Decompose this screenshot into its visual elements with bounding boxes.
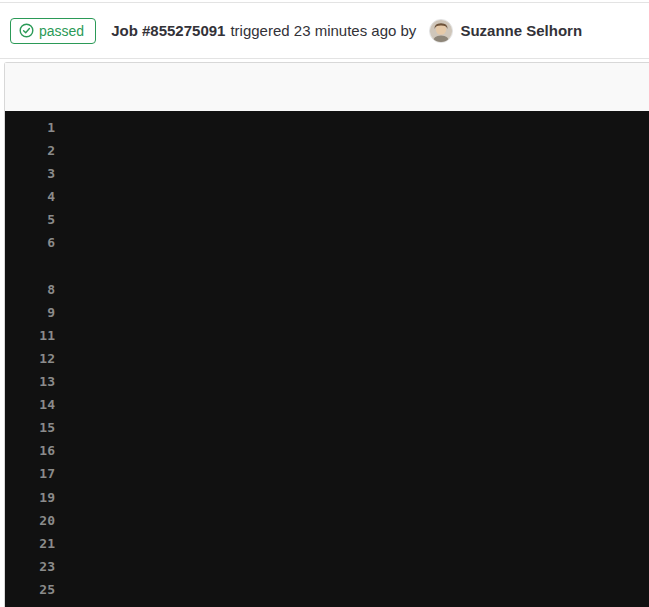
line-number[interactable]: 3 [5, 162, 55, 185]
log-line: 13 Fetching changes with git depth set t… [5, 370, 649, 393]
avatar[interactable] [429, 19, 453, 43]
log-line: 12 $ eval "$CI_PRE_CLONE_SCRIPT" [5, 347, 649, 370]
line-number[interactable]: 9 [5, 301, 55, 324]
log-line: 21 This job deploys something from the m… [5, 532, 649, 555]
check-circle-icon [19, 23, 34, 38]
line-number[interactable]: 17 [5, 462, 55, 485]
job-title: Job #855275091 triggered 23 minutes ago … [111, 19, 582, 43]
line-number[interactable]: 8 [5, 278, 55, 301]
line-number[interactable]: 23 [5, 555, 55, 578]
line-number[interactable]: 5 [5, 208, 55, 231]
job-log-panel: 1 Running with gitlab-runner 13.6.0-rc1 … [4, 62, 649, 607]
line-number[interactable]: 1 [5, 116, 55, 139]
line-number[interactable]: 25 [5, 578, 55, 601]
line-number[interactable]: 12 [5, 347, 55, 370]
log-line: 4 Using Docker executor with image ruby:… [5, 185, 649, 208]
log-line: 1 Running with gitlab-runner 13.6.0-rc1 … [5, 116, 649, 139]
job-id: Job #855275091 [111, 22, 225, 39]
log-line: ed62cd60e4fb5bf4132943d6fa2688 ... [5, 255, 649, 278]
line-number[interactable]: 16 [5, 439, 55, 462]
log-line: 9 Running on runner-ed2dce3a-project-163… [5, 301, 649, 324]
line-number[interactable]: 4 [5, 185, 55, 208]
log-line: 6 Using docker image sha256:b7280b81558d… [5, 231, 649, 254]
status-badge[interactable]: passed [10, 18, 96, 44]
log-lines: 1 Running with gitlab-runner 13.6.0-rc1 … [5, 116, 649, 601]
line-number[interactable]: 21 [5, 532, 55, 555]
log-line: 19 Executing "step_script" stage of the … [5, 486, 649, 509]
line-number[interactable]: 11 [5, 324, 55, 347]
user-name[interactable]: Suzanne Selhorn [460, 22, 582, 39]
line-number[interactable]: 15 [5, 416, 55, 439]
job-triggered-text: triggered 23 minutes ago by [230, 22, 416, 39]
job-header: passed Job #855275091 triggered 23 minut… [0, 2, 649, 59]
log-line: 8 Preparing environment [5, 278, 649, 301]
line-number[interactable]: 14 [5, 393, 55, 416]
line-number[interactable]: 13 [5, 370, 55, 393]
log-line: 15 Created fresh repository. [5, 416, 649, 439]
log-line: 17 Skipping Git submodules setup [5, 462, 649, 485]
log-toolbar-area [5, 63, 649, 111]
job-log[interactable]: 1 Running with gitlab-runner 13.6.0-rc1 … [5, 111, 649, 607]
line-number[interactable]: 2 [5, 139, 55, 162]
log-line: 25 Job succeeded [5, 578, 649, 601]
line-number[interactable]: 19 [5, 486, 55, 509]
status-badge-label: passed [39, 23, 84, 39]
line-number[interactable]: 6 [5, 231, 55, 254]
line-number[interactable]: 20 [5, 509, 55, 532]
log-line: 14 Initialized empty Git repository in /… [5, 393, 649, 416]
log-line: 5 Pulling docker image ruby:2.5 ... [5, 208, 649, 231]
log-line: 23 Cleaning up file based variables [5, 555, 649, 578]
log-line: 20 $ echo "This job deploys something fr… [5, 509, 649, 532]
log-line: 3 Preparing the "docker+machine" executo… [5, 162, 649, 185]
log-line: 2 on docker-auto-scale ed2dce3a [5, 139, 649, 162]
log-line: 11 Getting source from Git repository [5, 324, 649, 347]
log-line: 16 Checking out 7353da73 as master... [5, 439, 649, 462]
